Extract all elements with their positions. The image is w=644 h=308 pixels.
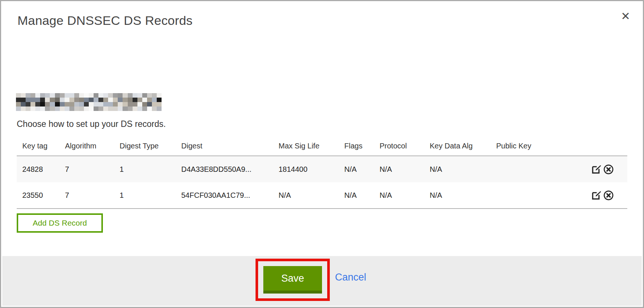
redaction-pixel <box>98 93 103 98</box>
redaction-pixel <box>133 93 137 98</box>
redaction-pixel <box>55 98 60 102</box>
redaction-pixel <box>142 98 147 102</box>
redaction-pixel <box>26 102 30 107</box>
add-ds-record-button[interactable]: Add DS Record <box>17 213 103 233</box>
redaction-pixel <box>45 107 50 111</box>
redacted-domain-name <box>16 93 162 111</box>
redaction-pixel <box>89 93 94 98</box>
redaction-pixel <box>40 98 45 102</box>
cell-digest_type: 1 <box>120 165 181 174</box>
cell-flags: N/A <box>344 165 380 174</box>
redaction-pixel <box>55 107 60 111</box>
redaction-pixel <box>79 107 84 111</box>
redaction-pixel <box>128 98 133 102</box>
redaction-pixel <box>50 93 55 98</box>
redaction-pixel <box>84 107 89 111</box>
redaction-pixel <box>65 93 69 98</box>
redaction-pixel <box>45 102 50 107</box>
redaction-pixel <box>137 98 142 102</box>
redaction-pixel <box>65 107 69 111</box>
redaction-pixel <box>128 102 133 107</box>
redaction-pixel <box>133 107 137 111</box>
edit-record-icon[interactable] <box>591 190 602 201</box>
redaction-pixel <box>118 93 123 98</box>
redaction-pixel <box>152 107 157 111</box>
col-header-key_tag: Key tag <box>17 142 65 150</box>
redaction-pixel <box>30 98 35 102</box>
cell-digest_type: 1 <box>120 191 181 200</box>
redaction-pixel <box>123 102 127 107</box>
delete-record-icon[interactable] <box>603 190 614 201</box>
redaction-pixel <box>123 98 127 102</box>
col-header-max_sig_life: Max Sig Life <box>279 142 344 150</box>
redaction-pixel <box>74 93 79 98</box>
redaction-pixel <box>30 93 35 98</box>
redaction-pixel <box>157 98 162 102</box>
delete-record-icon[interactable] <box>603 164 614 175</box>
redaction-pixel <box>26 98 30 102</box>
redaction-pixel <box>84 102 89 107</box>
redaction-pixel <box>108 102 113 107</box>
redaction-pixel <box>30 102 35 107</box>
redaction-pixel <box>21 107 26 111</box>
redaction-pixel <box>113 93 118 98</box>
redaction-pixel <box>123 107 127 111</box>
redaction-pixel <box>60 98 65 102</box>
redaction-pixel <box>137 102 142 107</box>
cell-protocol: N/A <box>380 165 430 174</box>
redaction-pixel <box>108 98 113 102</box>
row-actions <box>574 190 627 201</box>
table-header: Key tagAlgorithmDigest TypeDigestMax Sig… <box>17 136 627 155</box>
edit-record-icon[interactable] <box>591 164 602 175</box>
redaction-pixel <box>60 102 65 107</box>
col-header-protocol: Protocol <box>380 142 430 150</box>
redaction-pixel <box>55 93 60 98</box>
redaction-pixel <box>128 107 133 111</box>
cancel-link[interactable]: Cancel <box>335 272 366 283</box>
redaction-pixel <box>89 98 94 102</box>
redaction-pixel <box>35 102 40 107</box>
redaction-pixel <box>157 93 162 98</box>
redaction-pixel <box>147 107 152 111</box>
redaction-pixel <box>152 98 157 102</box>
redaction-pixel <box>118 98 123 102</box>
redaction-pixel <box>147 93 152 98</box>
cell-max_sig_life: N/A <box>279 191 344 200</box>
redaction-pixel <box>118 107 123 111</box>
cell-protocol: N/A <box>380 191 430 200</box>
cell-algorithm: 7 <box>65 191 120 200</box>
redaction-pixel <box>103 98 108 102</box>
redaction-pixel <box>16 107 21 111</box>
redaction-pixel <box>40 102 45 107</box>
redaction-pixel <box>35 98 40 102</box>
redaction-pixel <box>98 98 103 102</box>
redaction-pixel <box>89 107 94 111</box>
redaction-pixel <box>98 102 103 107</box>
col-header-key_data_alg: Key Data Alg <box>430 142 496 150</box>
redaction-pixel <box>16 102 21 107</box>
redaction-pixel <box>103 107 108 111</box>
redaction-pixel <box>79 93 84 98</box>
redaction-pixel <box>84 98 89 102</box>
dnssec-ds-records-dialog: Manage DNSSEC DS Records ✕ Choose how to… <box>0 0 644 308</box>
col-header-digest: Digest <box>181 142 279 150</box>
redaction-pixel <box>40 107 45 111</box>
redaction-pixel <box>16 93 21 98</box>
redaction-pixel <box>79 102 84 107</box>
redaction-pixel <box>79 98 84 102</box>
redaction-pixel <box>94 107 98 111</box>
row-actions <box>574 164 627 175</box>
redaction-pixel <box>65 102 69 107</box>
cell-key_tag: 23550 <box>17 191 65 200</box>
redaction-pixel <box>45 93 50 98</box>
close-icon[interactable]: ✕ <box>619 9 632 23</box>
redaction-pixel <box>69 107 74 111</box>
redaction-pixel <box>69 98 74 102</box>
cell-key_data_alg: N/A <box>430 165 496 174</box>
redaction-pixel <box>21 98 26 102</box>
save-button[interactable]: Save <box>263 266 322 294</box>
redaction-pixel <box>142 102 147 107</box>
redaction-pixel <box>118 102 123 107</box>
redaction-pixel <box>35 107 40 111</box>
redaction-pixel <box>152 102 157 107</box>
